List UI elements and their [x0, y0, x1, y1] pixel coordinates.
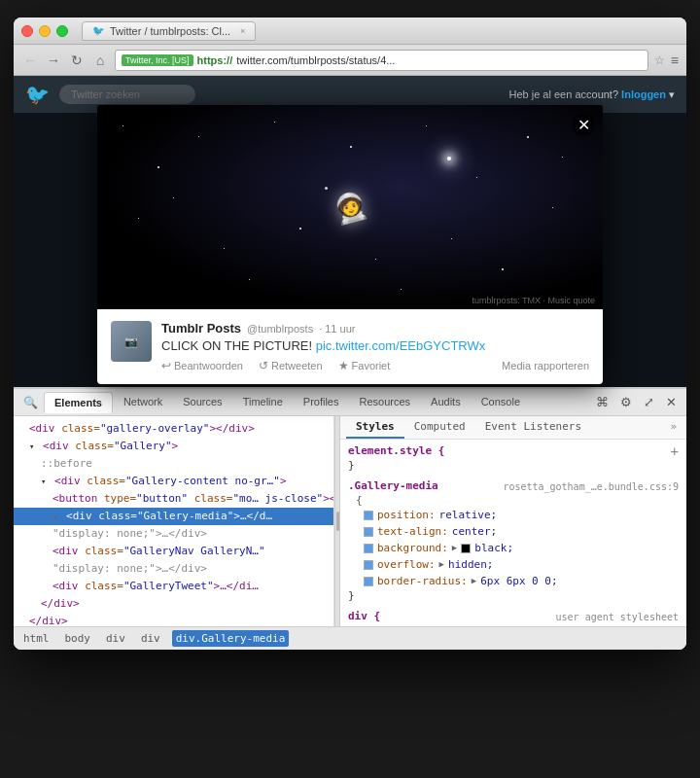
- resize-dots: [336, 512, 339, 531]
- reply-button[interactable]: ↩ Beantwoorden: [161, 359, 243, 372]
- dom-line[interactable]: <button type="button" class="mo… js-clos…: [14, 490, 333, 508]
- dom-line[interactable]: </div>: [14, 595, 333, 613]
- image-credit: tumblrposts: TMX · Music quote: [472, 296, 595, 305]
- devtools-resize-icon[interactable]: ⤢: [640, 393, 658, 411]
- tab-styles[interactable]: Styles: [346, 416, 404, 439]
- css-checkbox-border-radius[interactable]: [364, 577, 373, 586]
- browser-content: 🐦 Heb je al een account? Inloggen ▾ ✕: [14, 76, 686, 387]
- css-checkbox-position[interactable]: [364, 511, 373, 520]
- tweet-link[interactable]: pic.twitter.com/EEbGYCTRWx: [316, 338, 486, 353]
- breadcrumb-item-div[interactable]: div: [102, 630, 129, 647]
- url-input[interactable]: Twitter, Inc. [US] https:// twitter.com/…: [115, 50, 648, 71]
- devtools-tab-resources[interactable]: Resources: [349, 392, 420, 413]
- tweet-avatar: 📷: [111, 321, 152, 362]
- css-div-selector: div {: [348, 610, 380, 622]
- forward-button[interactable]: →: [45, 52, 62, 69]
- dom-line[interactable]: ▾ <div class="Gallery">: [14, 438, 333, 455]
- retweet-button[interactable]: ↺ Retweeten: [259, 359, 323, 372]
- css-color-swatch-black[interactable]: [461, 544, 471, 553]
- dom-line[interactable]: ▾ <div class="Gallery-content no-gr…">: [14, 473, 333, 490]
- devtools-settings-icon[interactable]: ⚙: [616, 393, 636, 411]
- css-close-brace: }: [348, 459, 355, 472]
- devtools-console-icon[interactable]: ⌘: [592, 393, 612, 411]
- dom-line[interactable]: ::before: [14, 455, 333, 473]
- breadcrumb-item-divallerymedia[interactable]: div.Gallery-media: [172, 630, 290, 647]
- css-val-overflow[interactable]: hidden;: [448, 556, 493, 573]
- styles-content: element.style { + } .Gallery-media roset…: [340, 440, 686, 626]
- dom-panel: <div class="gallery-overlay"></div>▾ <di…: [14, 416, 334, 626]
- browser-tab[interactable]: 🐦 Twitter / tumblrposts: Cl... ×: [82, 21, 256, 41]
- retweet-icon: ↺: [259, 359, 268, 372]
- css-arrow-border-radius: ▶: [472, 573, 476, 589]
- devtools-tab-audits[interactable]: Audits: [421, 392, 471, 413]
- close-window-button[interactable]: [21, 25, 33, 37]
- dom-line[interactable]: </div>: [14, 613, 333, 626]
- breadcrumb-item-div[interactable]: div: [137, 630, 164, 647]
- refresh-button[interactable]: ↻: [68, 52, 86, 69]
- menu-icon[interactable]: ≡: [671, 53, 679, 68]
- modal-close-button[interactable]: ✕: [572, 113, 595, 136]
- css-rule-div-agent: div { user agent stylesheet display: blo…: [348, 610, 679, 626]
- css-arrow-background: ▶: [452, 540, 457, 556]
- dom-line[interactable]: <div class="GalleryNav GalleryN…": [14, 543, 333, 560]
- css-val-border-radius[interactable]: 6px 6px 0 0;: [480, 573, 557, 589]
- twitter-search-input[interactable]: [59, 85, 195, 104]
- css-val-position[interactable]: relative;: [439, 507, 498, 523]
- devtools-tabs: ElementsNetworkSourcesTimelineProfilesRe…: [44, 392, 530, 413]
- css-val-background[interactable]: black;: [474, 540, 513, 556]
- maximize-window-button[interactable]: [56, 25, 68, 37]
- devtools-search-icon[interactable]: 🔍: [19, 396, 42, 409]
- dom-line[interactable]: <div class="gallery-overlay"></div>: [14, 420, 333, 438]
- css-source-link[interactable]: rosetta_gotham_…e.bundle.css:9: [503, 481, 679, 492]
- minimize-window-button[interactable]: [39, 25, 51, 37]
- address-bar: ← → ↻ ⌂ Twitter, Inc. [US] https:// twit…: [14, 45, 686, 76]
- css-open-brace: {: [348, 494, 679, 507]
- browser-window: 🐦 Twitter / tumblrposts: Cl... × ← → ↻ ⌂…: [14, 18, 686, 650]
- devtools-tab-timeline[interactable]: Timeline: [233, 392, 293, 413]
- devtools-tab-elements[interactable]: Elements: [44, 392, 113, 413]
- css-checkbox-overflow[interactable]: [364, 560, 373, 570]
- styles-more-tabs[interactable]: »: [666, 416, 681, 439]
- css-key-border-radius: border-radius:: [377, 573, 468, 589]
- devtools-close-icon[interactable]: ✕: [662, 393, 681, 411]
- css-checkbox-background[interactable]: [364, 544, 373, 553]
- tweet-body: Tumblr Posts @tumblrposts · 11 uur CLICK…: [161, 321, 589, 372]
- twitter-login-link[interactable]: Inloggen: [621, 88, 666, 100]
- css-property-position: position: relative;: [348, 507, 679, 523]
- css-add-property-button[interactable]: +: [671, 443, 679, 459]
- bright-star: [447, 157, 451, 160]
- tweet-handle: @tumblrposts: [247, 323, 313, 335]
- home-button[interactable]: ⌂: [91, 52, 109, 69]
- css-val-text-align[interactable]: center;: [452, 523, 497, 540]
- tab-close-button[interactable]: ×: [240, 26, 245, 36]
- dom-line[interactable]: <div class="GalleryTweet">…</di…: [14, 578, 333, 595]
- tweet-panel: 📷 Tumblr Posts @tumblrposts · 11 uur CLI…: [97, 309, 603, 384]
- tab-title: Twitter / tumblrposts: Cl...: [110, 25, 230, 37]
- devtools-tab-sources[interactable]: Sources: [173, 392, 231, 413]
- devtools-panel: 🔍 ElementsNetworkSourcesTimelineProfiles…: [14, 387, 686, 650]
- favorite-button[interactable]: ★ Favoriet: [338, 359, 391, 372]
- media-modal: ✕: [97, 105, 603, 384]
- devtools-breadcrumb-bar: html body div div div.Gallery-media: [14, 626, 686, 650]
- tab-computed[interactable]: Computed: [404, 416, 475, 439]
- ssl-badge: Twitter, Inc. [US]: [122, 54, 193, 66]
- breadcrumb-item-html[interactable]: html: [19, 630, 53, 647]
- css-rule-gallery-media: .Gallery-media rosetta_gotham_…e.bundle.…: [348, 479, 679, 602]
- dom-line[interactable]: "display: none;">…</div>: [14, 560, 333, 578]
- modal-image: 🧑‍🚀 tumblrposts: TMX · Music quote: [97, 105, 603, 309]
- tweet-user-info: Tumblr Posts @tumblrposts · 11 uur: [161, 321, 589, 336]
- css-checkbox-text-align[interactable]: [364, 527, 373, 537]
- devtools-tab-console[interactable]: Console: [472, 392, 530, 413]
- dom-line[interactable]: "display: none;">…</div>: [14, 525, 333, 543]
- tweet-username: Tumblr Posts: [161, 321, 241, 336]
- devtools-tab-network[interactable]: Network: [114, 392, 172, 413]
- report-button[interactable]: Media rapporteren: [502, 360, 589, 371]
- dom-line[interactable]: ▾ <div class="Gallery-media">…</d…: [14, 508, 333, 525]
- tab-event-listeners[interactable]: Event Listeners: [475, 416, 591, 439]
- bookmark-icon[interactable]: ☆: [654, 53, 665, 67]
- twitter-account-text: Heb je al een account? Inloggen ▾: [509, 88, 675, 101]
- breadcrumb-item-body[interactable]: body: [61, 630, 95, 647]
- css-gallery-media-selector: .Gallery-media: [348, 479, 438, 492]
- back-button[interactable]: ←: [21, 52, 39, 69]
- devtools-tab-profiles[interactable]: Profiles: [294, 392, 349, 413]
